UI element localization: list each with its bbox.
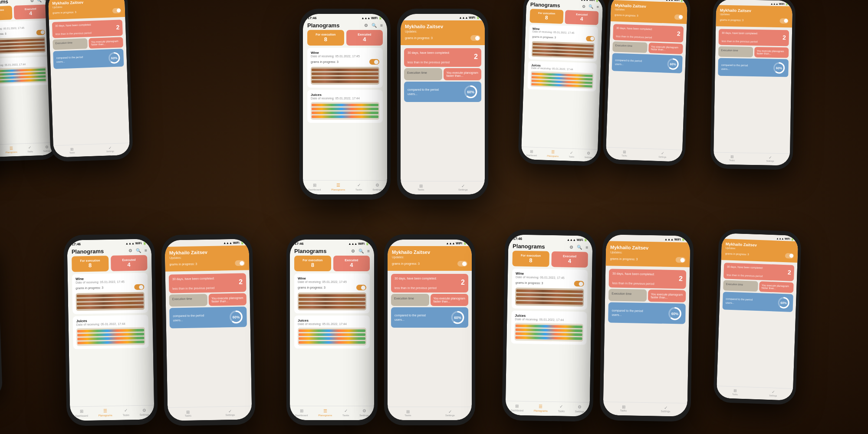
phone-bot-left-detail: ▲▲▲ WiFi 🔋 Mykhailo Zaitsev Updates: gra… — [161, 233, 256, 426]
phone-top-right-detail: ▲▲▲ WiFi 🔋 Mykhailo Zaitsev Updates: gra… — [602, 0, 691, 166]
phone-top-left-detail: ▲▲▲ WiFi 🔋 Mykhailo Zaitsev Updates: gra… — [45, 0, 133, 162]
phone-bot-left-planogram: 17:46 ▲▲▲ WiFi 🔋 Planograms ⚙ 🔍 ≡ — [63, 233, 158, 426]
svg-text:60%: 60% — [776, 66, 783, 70]
svg-text:60%: 60% — [233, 316, 240, 319]
svg-text:60%: 60% — [467, 90, 474, 94]
phone-bot-right-detail: ▲▲▲ WiFi 🔋 Mykhailo Zaitsev Updates: gra… — [599, 229, 694, 422]
phone-bot-center-detail: ▲▲▲ WiFi 🔋 Mykhailo Zaitsev Updates: gra… — [384, 234, 475, 425]
svg-text:60%: 60% — [454, 316, 461, 320]
phone-bot-center-planogram: 17:46 ▲▲▲ WiFi 🔋 Planograms ⚙ 🔍 ≡ — [286, 234, 378, 425]
phone-bot-right-planogram: 17:46 ▲▲▲ WiFi 🔋 Planograms ⚙ 🔍 ≡ — [502, 229, 596, 422]
phone-far-bot-right: ▲▲▲ WiFi 🔋 Mykhailo Zaitsev Updates: gra… — [713, 229, 802, 405]
svg-text:60%: 60% — [111, 56, 118, 60]
phone-far-right: ▲▲▲ WiFi 🔋 Mykhailo Zaitsev Updates: gra… — [710, 0, 796, 170]
svg-text:60%: 60% — [670, 62, 676, 66]
phone-center-detail: ▲▲▲ WiFi 🔋 Mykhailo Zaitsev Updates: gra… — [397, 9, 488, 200]
phone-center-planogram: 17:46 ▲▲▲ WiFi 🔋 Planograms ⚙ 🔍 ≡ — [299, 9, 391, 200]
phone-top-right-planogram: 17:46 ▲▲▲ WiFi 🔋 Planograms ⚙ 🔍 ≡ — [518, 0, 606, 166]
svg-text:60%: 60% — [671, 312, 679, 316]
svg-text:60%: 60% — [780, 301, 787, 305]
